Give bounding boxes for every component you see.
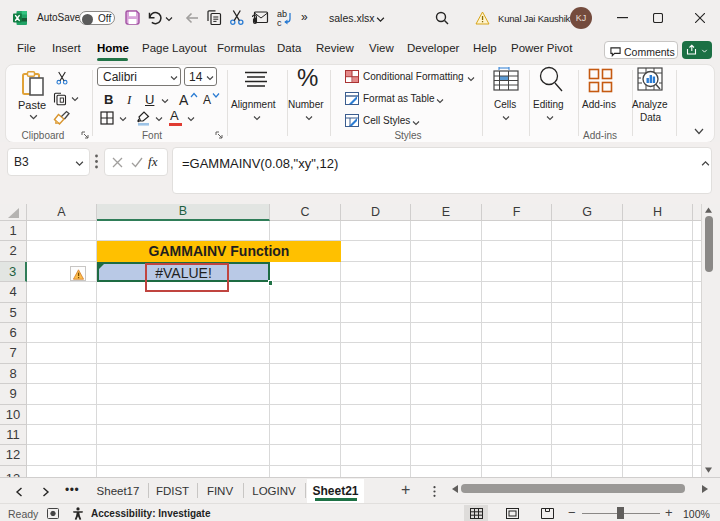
svg-text:c: c [277,18,282,27]
